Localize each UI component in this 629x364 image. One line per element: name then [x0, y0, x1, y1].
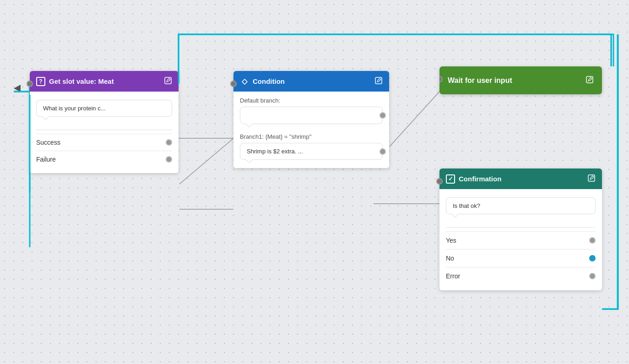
flow-canvas: ? Get slot value: Meat What is your prot… — [0, 0, 629, 364]
default-branch-bubble — [240, 107, 383, 124]
get-slot-body: What is your protein c... Success Failur… — [30, 92, 179, 173]
failure-port[interactable] — [166, 156, 172, 163]
get-slot-node: ? Get slot value: Meat What is your prot… — [30, 71, 179, 173]
svg-rect-6 — [375, 77, 382, 84]
condition-edit-icon[interactable] — [374, 76, 383, 86]
svg-line-0 — [179, 138, 233, 184]
get-slot-header-left: ? Get slot value: Meat — [36, 77, 114, 86]
yes-row: Yes — [446, 231, 596, 249]
failure-label: Failure — [36, 156, 56, 163]
error-port[interactable] — [589, 273, 596, 279]
condition-body: Default branch: Branch1: {Meat} = "shrim… — [233, 92, 389, 168]
branch1-bubble: Shrimp is $2 extra. ... — [240, 143, 383, 160]
confirmation-header-left: ✓ Confirmation — [446, 174, 501, 184]
wait-edit-icon[interactable] — [586, 76, 594, 85]
wait-node: Wait for user input — [439, 66, 602, 94]
success-port[interactable] — [166, 139, 172, 146]
condition-title: Condition — [253, 77, 285, 85]
condition-input-port — [230, 81, 237, 87]
yes-label: Yes — [446, 237, 456, 244]
svg-line-2 — [390, 92, 439, 147]
get-slot-input-port — [27, 81, 33, 87]
no-row: No — [446, 249, 596, 267]
get-slot-message: What is your protein c... — [36, 100, 172, 117]
branch1-label: Branch1: {Meat} = "shrimp" — [240, 133, 383, 140]
error-row: Error — [446, 267, 596, 285]
confirmation-header: ✓ Confirmation — [439, 168, 602, 189]
no-port[interactable] — [589, 255, 596, 261]
default-branch-port[interactable] — [380, 112, 386, 119]
branch1-port[interactable] — [380, 148, 386, 155]
error-label: Error — [446, 272, 460, 280]
default-branch-label: Default branch: — [240, 97, 383, 104]
condition-header: ◇ Condition — [233, 71, 389, 92]
confirmation-title: Confirmation — [459, 175, 501, 183]
confirmation-edit-icon[interactable] — [587, 174, 596, 184]
get-slot-title: Get slot value: Meat — [49, 77, 114, 85]
get-slot-edit-icon[interactable] — [164, 76, 172, 86]
get-slot-header: ? Get slot value: Meat — [30, 71, 179, 92]
svg-rect-7 — [586, 76, 593, 83]
confirmation-message: Is that ok? — [446, 197, 596, 214]
condition-header-left: ◇ Condition — [240, 77, 285, 86]
question-icon: ? — [36, 77, 45, 86]
svg-marker-9 — [14, 85, 21, 92]
failure-row: Failure — [36, 151, 172, 168]
svg-rect-8 — [588, 175, 595, 181]
condition-node: ◇ Condition Default branch: Branch1 — [233, 71, 389, 168]
checkbox-icon: ✓ — [446, 174, 455, 184]
confirmation-body: Is that ok? Yes No Error — [439, 189, 602, 290]
confirmation-input-port — [436, 178, 443, 185]
success-label: Success — [36, 139, 60, 146]
yes-port[interactable] — [589, 237, 596, 244]
no-label: No — [446, 255, 454, 262]
svg-rect-5 — [165, 77, 171, 84]
wait-header: Wait for user input — [439, 66, 602, 94]
diamond-icon: ◇ — [240, 77, 249, 86]
success-row: Success — [36, 134, 172, 151]
confirmation-node: ✓ Confirmation Is that ok? Yes — [439, 168, 602, 290]
wait-title: Wait for user input — [448, 76, 512, 85]
